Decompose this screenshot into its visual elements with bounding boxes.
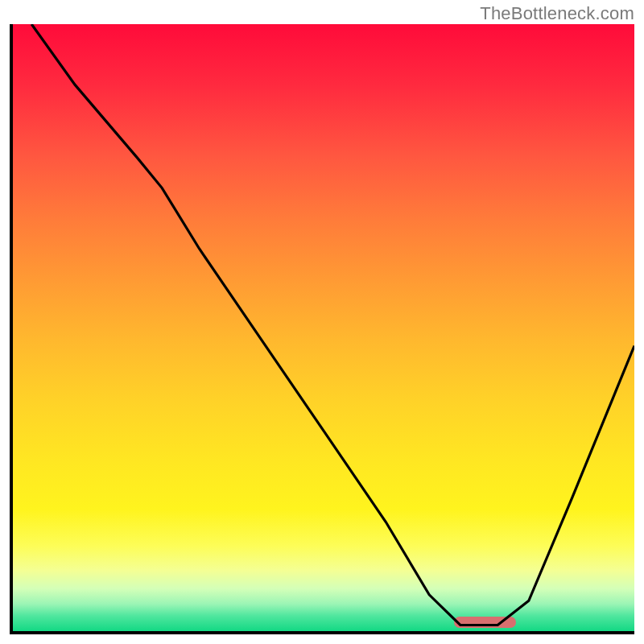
watermark-text: TheBottleneck.com xyxy=(480,3,634,24)
plot-area xyxy=(10,24,634,634)
chart-container: TheBottleneck.com xyxy=(0,0,644,644)
curve-line xyxy=(13,24,634,631)
